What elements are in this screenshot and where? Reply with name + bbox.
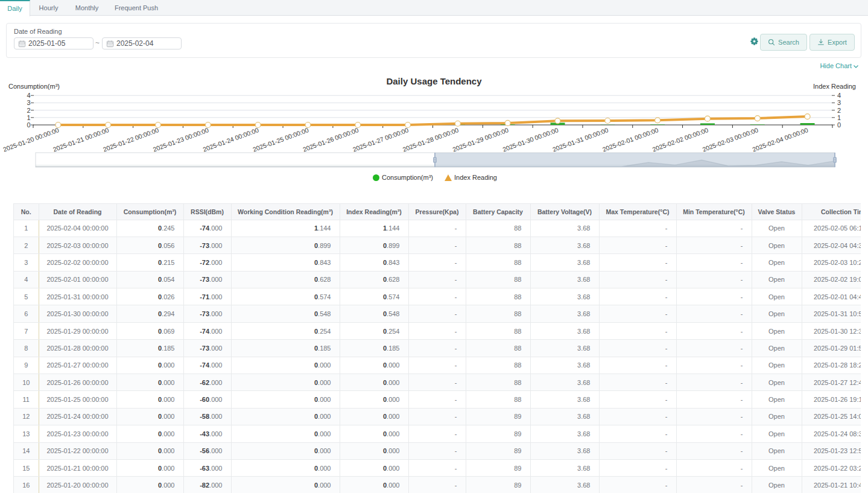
svg-text:2025-01-31 00:00:00: 2025-01-31 00:00:00 bbox=[551, 126, 609, 153]
svg-text:0: 0 bbox=[27, 121, 30, 129]
svg-text:2025-01-28 00:00:00: 2025-01-28 00:00:00 bbox=[402, 126, 460, 153]
svg-text:2025-01-29 00:00:00: 2025-01-29 00:00:00 bbox=[452, 126, 510, 153]
svg-text:2025-01-25 00:00:00: 2025-01-25 00:00:00 bbox=[252, 126, 309, 153]
svg-text:2025-02-01 00:00:00: 2025-02-01 00:00:00 bbox=[601, 126, 659, 153]
svg-text:1: 1 bbox=[837, 114, 841, 121]
svg-text:2025-01-30 00:00:00: 2025-01-30 00:00:00 bbox=[501, 126, 559, 153]
svg-text:2025-01-23 00:00:00: 2025-01-23 00:00:00 bbox=[152, 126, 210, 153]
svg-text:2025-01-22 00:00:00: 2025-01-22 00:00:00 bbox=[102, 126, 160, 153]
svg-text:2025-02-04 00:00:00: 2025-02-04 00:00:00 bbox=[752, 126, 809, 153]
svg-text:2025-02-02 00:00:00: 2025-02-02 00:00:00 bbox=[651, 126, 709, 153]
svg-text:2025-01-20 00:00:00: 2025-01-20 00:00:00 bbox=[2, 126, 60, 153]
svg-text:2025-02-03 00:00:00: 2025-02-03 00:00:00 bbox=[702, 126, 759, 153]
svg-text:2025-01-21 00:00:00: 2025-01-21 00:00:00 bbox=[52, 126, 110, 153]
svg-text:1: 1 bbox=[27, 114, 30, 121]
svg-text:2025-01-24 00:00:00: 2025-01-24 00:00:00 bbox=[202, 126, 260, 153]
svg-text:2025-01-27 00:00:00: 2025-01-27 00:00:00 bbox=[352, 126, 410, 153]
svg-text:2025-01-26 00:00:00: 2025-01-26 00:00:00 bbox=[302, 126, 360, 153]
svg-text:2: 2 bbox=[27, 107, 30, 114]
svg-text:4: 4 bbox=[837, 92, 841, 99]
svg-text:3: 3 bbox=[837, 99, 841, 106]
svg-text:0: 0 bbox=[837, 121, 841, 129]
svg-text:4: 4 bbox=[27, 92, 30, 99]
svg-text:3: 3 bbox=[27, 99, 30, 106]
svg-text:2: 2 bbox=[837, 107, 841, 114]
